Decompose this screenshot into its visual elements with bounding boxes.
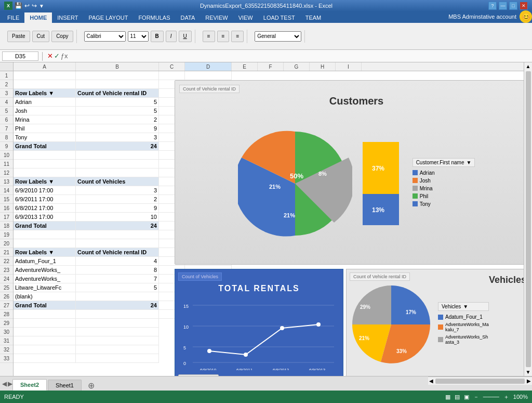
sheet-scroll-right-btn[interactable]: ▶ (8, 380, 12, 387)
cell-B7[interactable]: 9 (76, 124, 159, 133)
cell-B18[interactable]: 24 (76, 222, 159, 230)
cell-A9[interactable]: Grand Total (14, 142, 76, 151)
cell-A12[interactable] (14, 168, 76, 177)
cell-A28[interactable] (14, 310, 76, 319)
cell-A19[interactable] (14, 230, 76, 239)
cell-B5[interactable]: 5 (76, 107, 159, 115)
view-layout-btn[interactable]: ▤ (455, 394, 460, 400)
cell-A6[interactable]: Mrina (14, 115, 76, 124)
align-left-btn[interactable]: ≡ (203, 31, 215, 42)
copy-btn[interactable]: Copy (51, 31, 73, 42)
cell-A10[interactable] (14, 151, 76, 160)
cell-B8[interactable]: 3 (76, 133, 159, 142)
cell-B2[interactable] (76, 80, 159, 89)
cell-A17[interactable]: 6/9/2013 17:00 (14, 213, 76, 222)
italic-btn[interactable]: I (166, 31, 177, 42)
cell-B19[interactable] (76, 230, 159, 239)
minimize-btn[interactable]: — (499, 2, 507, 10)
tab-view[interactable]: VIEW (233, 12, 258, 23)
cell-A22[interactable]: Adatum_Four_1 (14, 257, 76, 266)
cell-A14[interactable]: 6/9/2010 17:00 (14, 186, 76, 195)
cell-D1[interactable] (185, 71, 232, 80)
underline-btn[interactable]: U (179, 31, 192, 42)
col-header-B[interactable]: B (76, 62, 159, 71)
scroll-left-btn[interactable]: ◀ (428, 377, 434, 385)
cell-B4[interactable]: 5 (76, 98, 159, 107)
sheet-tab-sheet1[interactable]: Sheet1 (48, 380, 82, 391)
cell-A1[interactable] (14, 71, 76, 80)
cut-btn[interactable]: Cut (32, 31, 50, 42)
cell-B6[interactable]: 2 (76, 115, 159, 124)
cell-B32[interactable] (76, 345, 159, 354)
help-btn[interactable]: ? (488, 2, 497, 10)
insert-function-icon[interactable]: ƒx (61, 52, 68, 60)
legend-title-box[interactable]: Customer.First name ▼ (413, 158, 475, 167)
cell-A16[interactable]: 6/8/2012 17:00 (14, 204, 76, 213)
cell-B9[interactable]: 24 (76, 142, 159, 151)
cell-B10[interactable] (76, 151, 159, 160)
cell-A13[interactable]: Row Labels ▼ (14, 177, 76, 186)
tab-insert[interactable]: INSERT (52, 12, 83, 23)
col-header-E[interactable]: E (232, 62, 258, 71)
cell-A31[interactable] (14, 336, 76, 345)
cell-B13[interactable]: Count of Vehicles (76, 177, 159, 186)
zoom-in-btn[interactable]: ＋ (503, 393, 509, 401)
redo-btn[interactable]: ↪ (32, 2, 37, 9)
cell-B31[interactable] (76, 336, 159, 345)
col-header-A[interactable]: A (14, 62, 76, 71)
scroll-thumb-v[interactable] (526, 71, 531, 367)
cell-B23[interactable]: 8 (76, 266, 159, 275)
cell-B24[interactable]: 7 (76, 275, 159, 283)
tab-load-test[interactable]: LOAD TEST (258, 12, 300, 23)
cell-A5[interactable]: Josh (14, 107, 76, 115)
cell-B1[interactable] (76, 71, 159, 80)
sheet-tab-sheet2[interactable]: Sheet2 (12, 379, 47, 391)
font-size-selector[interactable]: 11 (128, 31, 149, 42)
tab-data[interactable]: DATA (176, 12, 201, 23)
sheet-scroll-left-btn[interactable]: ◀ (2, 380, 7, 387)
cell-B11[interactable] (76, 160, 159, 168)
cell-A15[interactable]: 6/9/2011 17:00 (14, 195, 76, 204)
close-btn[interactable]: ✕ (520, 2, 528, 10)
cell-A21[interactable]: Row Labels ▼ (14, 248, 76, 257)
cell-B25[interactable]: 5 (76, 283, 159, 292)
cell-B17[interactable]: 10 (76, 213, 159, 222)
vertical-scrollbar[interactable]: ▲ ▼ (524, 62, 532, 376)
zoom-slider[interactable]: ──── (483, 394, 499, 400)
number-format-selector[interactable]: General (255, 31, 301, 42)
maximize-btn[interactable]: □ (509, 2, 517, 10)
cell-A23[interactable]: AdventureWorks_ (14, 266, 76, 275)
cell-A3[interactable]: Row Labels ▼ (14, 89, 76, 98)
bold-btn[interactable]: B (151, 31, 164, 42)
cell-B30[interactable] (76, 328, 159, 336)
cell-A11[interactable] (14, 160, 76, 168)
cell-A25[interactable]: Litware_LitwareFc (14, 283, 76, 292)
col-header-D[interactable]: D (185, 62, 232, 71)
cell-C1[interactable] (159, 71, 185, 80)
horizontal-scrollbar[interactable]: ◀ ▶ (428, 376, 532, 385)
cell-A20[interactable] (14, 239, 76, 248)
cell-B27[interactable]: 24 (76, 301, 159, 310)
col-header-I[interactable]: I (336, 62, 362, 71)
tab-team[interactable]: TEAM (300, 12, 327, 23)
col-header-F[interactable]: F (258, 62, 284, 71)
col-header-C[interactable]: C (159, 62, 185, 71)
cell-A18[interactable]: Grand Total (14, 222, 76, 230)
align-center-btn[interactable]: ≡ (217, 31, 230, 42)
cancel-formula-icon[interactable]: ✕ (47, 52, 53, 60)
cell-B29[interactable] (76, 319, 159, 328)
col-header-H[interactable]: H (310, 62, 336, 71)
cell-A29[interactable] (14, 319, 76, 328)
chart-customers[interactable]: Count of Vehicle rental ID Customers (175, 80, 524, 265)
tab-page-layout[interactable]: PAGE LAYOUT (83, 12, 133, 23)
cell-A27[interactable]: Grand Total (14, 301, 76, 310)
align-right-btn[interactable]: ≡ (231, 31, 244, 42)
cell-A32[interactable] (14, 345, 76, 354)
vehicles-legend-title-box[interactable]: Vehicles ▼ (438, 302, 489, 311)
add-sheet-btn[interactable]: ⊕ (85, 381, 98, 391)
name-box[interactable]: D35 (2, 51, 38, 61)
font-selector[interactable]: Calibri (84, 31, 126, 42)
zoom-out-btn[interactable]: － (473, 393, 479, 401)
cell-B22[interactable]: 4 (76, 257, 159, 266)
cell-B26[interactable] (76, 292, 159, 301)
